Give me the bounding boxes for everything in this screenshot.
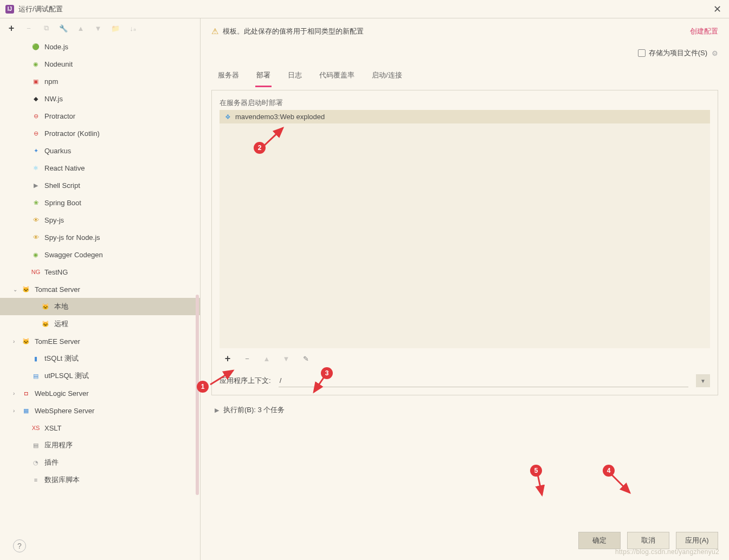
deploy-edit-icon[interactable]: ✎ bbox=[300, 353, 312, 364]
tree-item[interactable]: 🟢Node.js bbox=[0, 38, 200, 55]
tree-item-label: NW.js bbox=[44, 95, 63, 103]
tree-item-label: 数据库脚本 bbox=[44, 475, 80, 485]
tree-item[interactable]: ❀Spring Boot bbox=[0, 194, 200, 211]
tree-item[interactable]: ⚛React Native bbox=[0, 159, 200, 177]
store-label: 存储为项目文件(S) bbox=[649, 48, 707, 58]
tree-item-icon: ◆ bbox=[31, 94, 40, 103]
tree-item-icon: 🐱 bbox=[41, 320, 50, 328]
tree-item[interactable]: ▤utPLSQL 测试 bbox=[0, 367, 200, 385]
tree-item-icon: 🟢 bbox=[31, 42, 40, 51]
tree-item-icon: ◉ bbox=[31, 250, 40, 259]
tree-item-icon: ❀ bbox=[31, 198, 40, 207]
scrollbar-thumb[interactable] bbox=[196, 295, 199, 495]
tree-item[interactable]: 🐱本地 bbox=[0, 298, 200, 315]
cancel-button[interactable]: 取消 bbox=[627, 532, 669, 549]
gear-icon[interactable]: ⚙ bbox=[712, 49, 718, 57]
config-tree: 🟢Node.js◉Nodeunit▣npm◆NW.js⊖Protractor⊖P… bbox=[0, 38, 200, 560]
tree-item[interactable]: ◆NW.js bbox=[0, 90, 200, 107]
tree-item[interactable]: ◉Nodeunit bbox=[0, 55, 200, 73]
tab[interactable]: 日志 bbox=[287, 66, 303, 87]
tree-item-icon: 👁 bbox=[31, 216, 40, 224]
apply-button[interactable]: 应用(A) bbox=[676, 532, 718, 549]
tab[interactable]: 部署 bbox=[255, 66, 272, 87]
tree-item-label: 应用程序 bbox=[44, 440, 73, 450]
tree-item[interactable]: 👁Spy-js for Node.js bbox=[0, 229, 200, 246]
tree-item-icon: ✦ bbox=[31, 146, 40, 155]
tree-item-label: Protractor (Kotlin) bbox=[44, 129, 100, 138]
tree-item-icon: ▦ bbox=[22, 406, 30, 415]
tree-item-label: React Native bbox=[44, 164, 85, 172]
copy-config-button[interactable]: ⧉ bbox=[40, 22, 52, 34]
folder-icon[interactable]: 📁 bbox=[109, 22, 121, 34]
context-dropdown-icon[interactable]: ▼ bbox=[696, 374, 710, 387]
tab[interactable]: 服务器 bbox=[217, 66, 240, 87]
deploy-remove-button[interactable]: − bbox=[241, 353, 253, 364]
add-config-button[interactable]: + bbox=[5, 22, 17, 34]
chevron-icon: › bbox=[13, 390, 15, 396]
before-run-section[interactable]: ▶ 执行前(B): 3 个任务 bbox=[211, 405, 718, 415]
tree-item-label: Swagger Codegen bbox=[44, 251, 103, 259]
deploy-item[interactable]: ❖ mavendemo3:Web exploded bbox=[220, 110, 710, 123]
tree-item[interactable]: ⊖Protractor (Kotlin) bbox=[0, 125, 200, 142]
tree-item-icon: XS bbox=[31, 424, 40, 432]
store-checkbox[interactable] bbox=[638, 49, 646, 57]
tree-item-label: XSLT bbox=[44, 424, 62, 432]
tree-item[interactable]: ›◘WebLogic Server bbox=[0, 385, 200, 402]
tree-item-label: TomEE Server bbox=[35, 337, 80, 346]
create-config-link[interactable]: 创建配置 bbox=[690, 27, 718, 36]
tree-item[interactable]: XSXSLT bbox=[0, 419, 200, 437]
close-icon[interactable]: ✕ bbox=[711, 3, 724, 15]
wrench-icon[interactable]: 🔧 bbox=[57, 22, 69, 34]
help-button[interactable]: ? bbox=[13, 539, 26, 552]
tree-item-label: Node.js bbox=[44, 43, 68, 51]
before-run-label: 执行前(B): 3 个任务 bbox=[223, 405, 285, 415]
tree-item-label: utPLSQL 测试 bbox=[44, 371, 89, 381]
chevron-icon: › bbox=[13, 408, 15, 414]
tree-item[interactable]: ▣npm bbox=[0, 73, 200, 90]
tree-item[interactable]: ⊖Protractor bbox=[0, 107, 200, 125]
chevron-right-icon: ▶ bbox=[215, 407, 219, 414]
tree-item[interactable]: ▤应用程序 bbox=[0, 437, 200, 454]
tree-item-label: Shell Script bbox=[44, 181, 80, 190]
deploy-add-button[interactable]: + bbox=[222, 353, 234, 364]
tree-item-label: tSQLt 测试 bbox=[44, 354, 79, 363]
annotation-badge: 3 bbox=[321, 367, 333, 379]
tree-item[interactable]: NGTestNG bbox=[0, 263, 200, 281]
tree-item-icon: 🐱 bbox=[22, 337, 30, 346]
tab[interactable]: 启动/连接 bbox=[371, 66, 403, 87]
annotation-badge: 2 bbox=[254, 142, 266, 154]
chevron-icon: ⌄ bbox=[13, 286, 17, 292]
sort-icon[interactable]: ↓ₐ bbox=[127, 22, 139, 34]
down-icon[interactable]: ▼ bbox=[92, 22, 104, 34]
deploy-down-icon[interactable]: ▼ bbox=[280, 353, 292, 364]
tree-item-icon: ▤ bbox=[31, 372, 40, 380]
tree-item-label: Spring Boot bbox=[44, 199, 81, 207]
tree-item[interactable]: ▶Shell Script bbox=[0, 177, 200, 194]
tree-item[interactable]: 🐱远程 bbox=[0, 315, 200, 333]
tree-item[interactable]: ◉Swagger Codegen bbox=[0, 246, 200, 263]
tree-item[interactable]: 👁Spy-js bbox=[0, 211, 200, 229]
context-input[interactable] bbox=[279, 374, 688, 387]
tab[interactable]: 代码覆盖率 bbox=[318, 66, 356, 87]
tree-item-label: Spy-js for Node.js bbox=[44, 233, 100, 242]
tree-item-icon: NG bbox=[31, 268, 40, 276]
store-option-row: 存储为项目文件(S) ⚙ bbox=[211, 44, 718, 62]
tree-item[interactable]: ≡数据库脚本 bbox=[0, 471, 200, 489]
annotation-badge: 4 bbox=[603, 465, 615, 477]
up-icon[interactable]: ▲ bbox=[75, 22, 87, 34]
remove-config-button[interactable]: − bbox=[23, 22, 35, 34]
chevron-icon: › bbox=[13, 338, 15, 344]
tree-item[interactable]: ⌄🐱Tomcat Server bbox=[0, 281, 200, 298]
tree-item[interactable]: ◔插件 bbox=[0, 454, 200, 471]
tree-item[interactable]: ✦Quarkus bbox=[0, 142, 200, 159]
tree-item[interactable]: ›🐱TomEE Server bbox=[0, 333, 200, 350]
ok-button[interactable]: 确定 bbox=[578, 532, 621, 549]
tree-item[interactable]: ›▦WebSphere Server bbox=[0, 402, 200, 419]
deploy-up-icon[interactable]: ▲ bbox=[261, 353, 273, 364]
annotation-badge: 1 bbox=[197, 381, 209, 393]
annotation-badge: 5 bbox=[530, 465, 542, 477]
tree-item[interactable]: ▮tSQLt 测试 bbox=[0, 350, 200, 367]
artifact-icon: ❖ bbox=[225, 113, 231, 121]
window-title: 运行/调试配置 bbox=[18, 4, 63, 14]
tree-item-icon: ⊖ bbox=[31, 129, 40, 138]
